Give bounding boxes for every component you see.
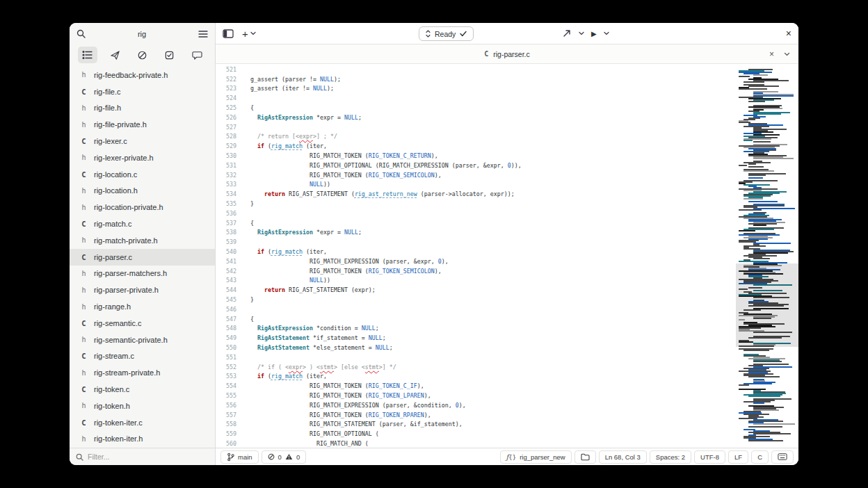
- code-line[interactable]: 551: [216, 352, 736, 362]
- line-ending-setting[interactable]: LF: [728, 450, 748, 464]
- branch-icon: [227, 453, 234, 462]
- code-line[interactable]: 541 RIG_MATCH_EXPRESSION (parser, &expr,…: [216, 257, 736, 266]
- diagnostics-indicator[interactable]: 0 0: [262, 450, 307, 464]
- code-line[interactable]: 552 /* if ( <expr> ) <stmt> [else <stmt>…: [216, 362, 736, 372]
- code-line[interactable]: 550 RigAstStatement *else_statement = NU…: [216, 343, 736, 352]
- code-line[interactable]: 553 if (rig_match (iter,: [216, 372, 736, 382]
- file-row[interactable]: hrig-location-private.h: [70, 199, 215, 215]
- code-line[interactable]: 521: [216, 65, 736, 74]
- file-row[interactable]: Crig-stream.c: [70, 348, 215, 365]
- code-line[interactable]: 546: [216, 304, 736, 314]
- code-line[interactable]: 539: [216, 237, 736, 247]
- language-setting[interactable]: C: [751, 450, 769, 464]
- file-name: rig-stream-private.h: [94, 368, 160, 377]
- code-line[interactable]: 543 NULL)): [216, 276, 736, 286]
- file-row[interactable]: hrig-range.h: [70, 298, 215, 315]
- run-options-chevron-icon[interactable]: [604, 31, 609, 35]
- code-line[interactable]: 532 RIG_MATCH_TOKEN (RIG_TOKEN_SEMICOLON…: [216, 170, 736, 180]
- indentation-setting[interactable]: Spaces: 2: [650, 450, 691, 464]
- minimap-content: [739, 66, 796, 441]
- export-icon[interactable]: [562, 29, 572, 38]
- encoding-setting[interactable]: UTF-8: [694, 450, 725, 464]
- code-line[interactable]: 547 {: [216, 314, 736, 324]
- file-row[interactable]: hrig-lexer-private.h: [70, 149, 215, 166]
- minimap-viewport[interactable]: [736, 263, 798, 347]
- tab-rig-parser[interactable]: C rig-parser.c: [484, 50, 530, 58]
- file-row[interactable]: hrig-file.h: [70, 100, 215, 117]
- build-status-dropdown[interactable]: Ready: [419, 26, 474, 41]
- file-row[interactable]: Crig-parser.c: [70, 249, 215, 266]
- open-pages-chevron-icon[interactable]: [784, 52, 790, 56]
- minimap[interactable]: [736, 64, 798, 448]
- code-line[interactable]: 526 RigAstExpression *expr = NULL;: [216, 113, 736, 122]
- filter-input[interactable]: [88, 453, 209, 461]
- code-line[interactable]: 533 NULL)): [216, 180, 736, 190]
- cursor-position-label: Ln 68, Col 3: [605, 453, 641, 461]
- file-row[interactable]: hrig-location.h: [70, 183, 215, 200]
- code-lines[interactable]: 521522 g_assert (parser != NULL);523 g_a…: [216, 64, 736, 448]
- file-row[interactable]: hrig-parser-private.h: [70, 282, 215, 298]
- tab-title: rig-parser.c: [493, 50, 530, 58]
- file-row[interactable]: Crig-token-iter.c: [70, 414, 215, 431]
- code-line[interactable]: 545 }: [216, 295, 736, 304]
- build-panel-button[interactable]: [105, 47, 124, 63]
- todo-panel-button[interactable]: [160, 47, 179, 63]
- code-line[interactable]: 560 RIG_MATCH_AND (: [216, 439, 736, 448]
- code-line[interactable]: 527: [216, 122, 736, 132]
- code-line[interactable]: 535 }: [216, 199, 736, 209]
- code-line[interactable]: 530 RIG_MATCH_TOKEN (RIG_TOKEN_C_RETURN)…: [216, 151, 736, 161]
- code-line[interactable]: 544 return RIG_AST_STATEMENT (expr);: [216, 285, 736, 295]
- file-row[interactable]: hrig-semantic-private.h: [70, 332, 215, 348]
- tab-close-icon[interactable]: ×: [769, 49, 774, 59]
- code-line[interactable]: 548 RigAstExpression *condition = NULL;: [216, 324, 736, 334]
- code-line[interactable]: 559 RIG_MATCH_OPTIONAL (: [216, 429, 736, 439]
- diagnostics-panel-button[interactable]: [133, 47, 152, 63]
- code-line[interactable]: 528 /* return [<expr>] ; */: [216, 132, 736, 142]
- export-options-chevron-icon[interactable]: [579, 31, 584, 35]
- code-line[interactable]: 557 RIG_MATCH_TOKEN (RIG_TOKEN_RPAREN),: [216, 410, 736, 420]
- code-line[interactable]: 536: [216, 209, 736, 218]
- toggle-sidebar-icon[interactable]: [223, 29, 234, 38]
- code-line[interactable]: 540 if (rig_match (iter,: [216, 247, 736, 257]
- file-row[interactable]: Crig-semantic.c: [70, 315, 215, 332]
- code-line[interactable]: 555 RIG_MATCH_TOKEN (RIG_TOKEN_LPAREN),: [216, 391, 736, 400]
- menu-icon[interactable]: [198, 30, 208, 38]
- current-symbol[interactable]: ƒ{} rig_parser_new: [500, 450, 572, 464]
- file-row[interactable]: hrig-parser-matchers.h: [70, 266, 215, 282]
- file-row[interactable]: hrig-feedback-private.h: [70, 67, 215, 83]
- window-close-button[interactable]: ×: [786, 23, 791, 44]
- code-line[interactable]: 524: [216, 93, 736, 103]
- run-button[interactable]: ▶: [591, 30, 597, 38]
- code-line[interactable]: 538 RigAstExpression *expr = NULL;: [216, 228, 736, 238]
- code-line[interactable]: 529 if (rig_match (iter,: [216, 141, 736, 151]
- code-line[interactable]: 525 {: [216, 103, 736, 113]
- project-tree-panel-button[interactable]: [78, 47, 97, 63]
- file-row[interactable]: Crig-token.c: [70, 381, 215, 398]
- project-folder-button[interactable]: [574, 450, 596, 464]
- code-line[interactable]: 542 RIG_MATCH_TOKEN (RIG_TOKEN_SEMICOLON…: [216, 266, 736, 276]
- code-line[interactable]: 556 RIG_MATCH_EXPRESSION (parser, &condi…: [216, 400, 736, 410]
- code-line[interactable]: 558 RIG_MATCH_STATEMENT (parser, &if_sta…: [216, 419, 736, 429]
- file-row[interactable]: hrig-match-private.h: [70, 232, 215, 249]
- code-line[interactable]: 549 RigAstStatement *if_statement = NULL…: [216, 333, 736, 343]
- file-row[interactable]: Crig-match.c: [70, 215, 215, 232]
- file-row[interactable]: Crig-location.c: [70, 166, 215, 183]
- new-tab-button[interactable]: +: [242, 29, 256, 39]
- code-line[interactable]: 554 RIG_MATCH_TOKEN (RIG_TOKEN_C_IF),: [216, 381, 736, 391]
- chat-panel-button[interactable]: [187, 47, 207, 63]
- file-row[interactable]: hrig-token.h: [70, 398, 215, 414]
- code-line[interactable]: 523 g_assert (iter != NULL);: [216, 84, 736, 94]
- branch-indicator[interactable]: main: [220, 450, 259, 464]
- cursor-position[interactable]: Ln 68, Col 3: [599, 450, 647, 464]
- code-line[interactable]: 531 RIG_MATCH_OPTIONAL (RIG_MATCH_EXPRES…: [216, 161, 736, 170]
- code-line[interactable]: 522 g_assert (parser != NULL);: [216, 74, 736, 84]
- code-line[interactable]: 534 return RIG_AST_STATEMENT (rig_ast_re…: [216, 189, 736, 199]
- keyboard-settings-button[interactable]: [771, 450, 794, 464]
- file-row[interactable]: hrig-file-private.h: [70, 116, 215, 133]
- file-row[interactable]: hrig-stream-private.h: [70, 364, 215, 381]
- code-line[interactable]: 537 {: [216, 218, 736, 228]
- project-search-input[interactable]: [90, 30, 194, 38]
- file-row[interactable]: Crig-file.c: [70, 83, 215, 100]
- file-row[interactable]: Crig-lexer.c: [70, 133, 215, 149]
- file-row[interactable]: hrig-token-iter.h: [70, 431, 215, 448]
